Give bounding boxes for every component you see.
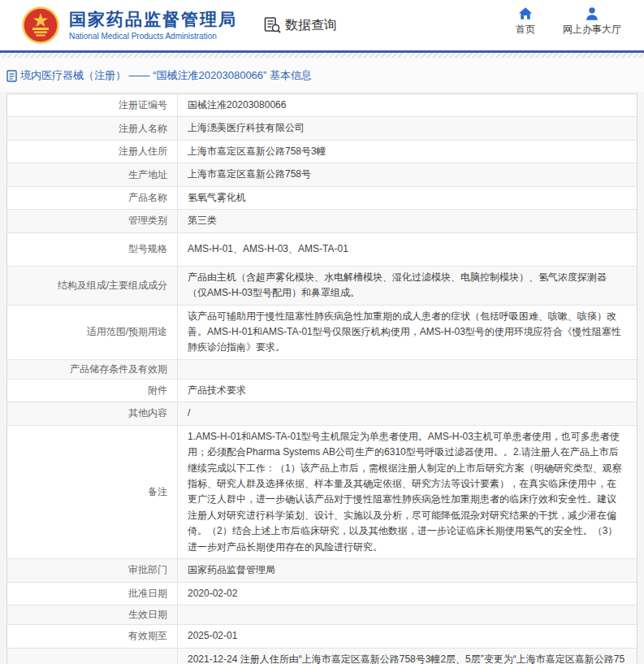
table-row: 管理类别 第三类 <box>7 210 637 232</box>
agency-name-en: National Medical Products Administration <box>69 32 237 41</box>
row-label: 适用范围/预期用途 <box>7 306 178 359</box>
table-row: 批准日期 2020-02-02 <box>7 583 637 605</box>
person-icon <box>585 7 599 20</box>
row-value: 上海市嘉定区嘉新公路758号3幢 <box>178 141 637 163</box>
row-label: 产品名称 <box>7 187 178 209</box>
row-value: 1.AMS-H-01和AMS-TA-01型号主机限定为单患者使用。AMS-H-0… <box>178 426 637 559</box>
row-value: / <box>178 402 637 424</box>
row-value: 2025-02-01 <box>178 625 637 647</box>
table-row: 有效期至 2025-02-01 <box>7 625 637 648</box>
row-value: 2020-02-02 <box>178 583 637 605</box>
registration-info-table: 注册证编号 国械注准20203080066 注册人名称 上海潓美医疗科技有限公司… <box>6 93 638 664</box>
row-value: 国家药品监督管理局 <box>178 559 637 581</box>
table-row: 适用范围/预期用途 该产品可辅助用于慢性阻塞性肺疾病急性加重期的成人患者的症状（… <box>7 306 637 360</box>
table-row: 生产地址 上海市嘉定区嘉新公路758号 <box>7 163 637 186</box>
row-label: 结构及组成/主要组成成分 <box>7 267 178 305</box>
row-value: 第三类 <box>178 210 637 232</box>
breadcrumb-text: 境内医疗器械（注册） —— “国械注准20203080066” 基本信息 <box>20 68 312 83</box>
row-label: 批准日期 <box>7 583 178 605</box>
table-row: 注册人名称 上海潓美医疗科技有限公司 <box>7 117 637 140</box>
table-row: 注册人住所 上海市嘉定区嘉新公路758号3幢 <box>7 141 637 163</box>
nav-item-label: 首页 <box>516 23 535 37</box>
row-label: 型号规格 <box>7 233 178 266</box>
row-label: 注册人住所 <box>7 141 178 163</box>
table-row: 型号规格 AMS-H-01、AMS-H-03、AMS-TA-01 <box>7 233 637 267</box>
table-row: 备注 1.AMS-H-01和AMS-TA-01型号主机限定为单患者使用。AMS-… <box>7 426 637 560</box>
row-value: AMS-H-01、AMS-H-03、AMS-TA-01 <box>178 233 637 266</box>
table-row: 审批部门 国家药品监督管理局 <box>7 559 637 582</box>
table-row: 产品储存条件及有效期 <box>7 360 637 380</box>
row-label: 备注 <box>7 426 178 559</box>
row-value: 该产品可辅助用于慢性阻塞性肺疾病急性加重期的成人患者的症状（包括呼吸困难、咳嗽、… <box>178 306 637 359</box>
table-row: 变更情况 2021-12-24 注册人住所由“上海市嘉定区嘉新公路758号3幢2… <box>7 649 637 664</box>
row-value: 上海潓美医疗科技有限公司 <box>178 117 637 139</box>
agency-brand: 国家药品监督管理局 National Medical Products Admi… <box>69 10 237 40</box>
row-value: 2021-12-24 注册人住所由“上海市嘉定区嘉新公路758号3幢2层、5层”… <box>178 649 637 664</box>
row-value: 上海市嘉定区嘉新公路758号 <box>178 163 637 185</box>
row-label: 审批部门 <box>7 559 178 581</box>
row-label: 变更情况 <box>7 649 178 664</box>
site-header: 国家药品监督管理局 National Medical Products Admi… <box>0 0 644 50</box>
row-label: 附件 <box>7 380 178 401</box>
row-label: 生产地址 <box>7 163 178 185</box>
row-label: 生效日期 <box>7 605 178 624</box>
home-icon <box>518 7 533 20</box>
breadcrumb: 境内医疗器械（注册） —— “国械注准20203080066” 基本信息 <box>0 58 644 92</box>
header-nav: 首页 网上办事大厅 <box>516 7 621 37</box>
table-row: 其他内容 / <box>7 402 637 425</box>
row-label: 注册人名称 <box>7 117 178 139</box>
row-value: 产品技术要求 <box>178 380 637 401</box>
table-row: 结构及组成/主要组成成分 产品由主机（含超声雾化模块、水电解槽模块、湿化过滤模块… <box>7 267 637 306</box>
row-value: 氢氧气雾化机 <box>178 187 637 209</box>
nav-item-label: 网上办事大厅 <box>563 23 621 37</box>
nav-item-service-hall[interactable]: 网上办事大厅 <box>563 7 621 37</box>
row-value <box>178 605 637 624</box>
row-value: 产品由主机（含超声雾化模块、水电解槽模块、湿化过滤模块、电脑控制模块）、氢气浓度… <box>178 267 637 305</box>
row-label: 有效期至 <box>7 625 178 647</box>
table-row: 产品名称 氢氧气雾化机 <box>7 187 637 210</box>
nav-item-home[interactable]: 首页 <box>516 7 535 37</box>
table-row: 附件 产品技术要求 <box>7 380 637 402</box>
row-label: 管理类别 <box>7 210 178 232</box>
row-label: 注册证编号 <box>7 94 178 116</box>
row-value <box>178 360 637 379</box>
row-value: 国械注准20203080066 <box>178 94 637 116</box>
document-search-icon <box>263 16 281 34</box>
table-row: 生效日期 <box>7 605 637 625</box>
nmpa-emblem-logo <box>22 6 59 45</box>
row-label: 产品储存条件及有效期 <box>7 360 178 379</box>
data-query-label: 数据查询 <box>285 17 337 34</box>
document-icon <box>6 70 17 82</box>
row-label: 其他内容 <box>7 402 178 424</box>
data-query-tab[interactable]: 数据查询 <box>263 16 337 34</box>
table-row: 注册证编号 国械注准20203080066 <box>7 94 637 117</box>
agency-name-zh: 国家药品监督管理局 <box>69 10 237 29</box>
